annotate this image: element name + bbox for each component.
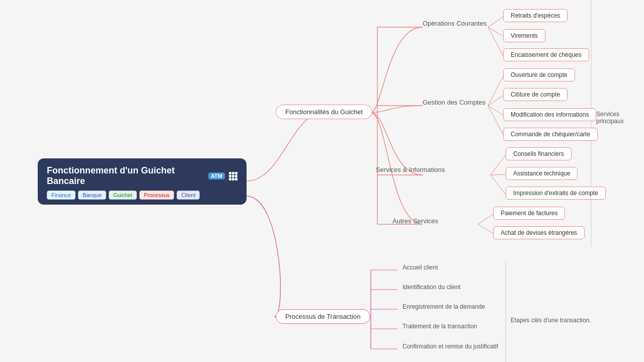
leaf-assistance: Assistance technique (506, 167, 578, 180)
sub-branch-services: Services & Informations (376, 166, 445, 173)
tag-guichet: Guichet (109, 191, 137, 200)
sidebar-label-etapes: Etapes clés d'une transaction. (511, 317, 591, 324)
leaf-virements: Virements (503, 29, 545, 42)
tag-list: Finance Banque Guichet Processus Client (47, 191, 237, 200)
leaf-achat: Achat de devises étrangères (493, 226, 585, 239)
leaf-traitement: Traitement de la transaction (403, 323, 477, 330)
sub-branch-operations: Opérations Courantes (423, 20, 487, 27)
leaf-conseils: Conseils financiers (506, 147, 572, 160)
leaf-encaissement: Encaissement de chèques (503, 48, 589, 61)
leaf-modification: Modification des informations (503, 108, 596, 121)
branch-processus-label: Processus de Transaction (285, 313, 361, 320)
svg-line-9 (491, 175, 506, 195)
svg-line-6 (488, 106, 503, 135)
root-node: Fonctionnement d'un Guichet Bancaire ATM… (38, 158, 247, 205)
sub-branch-gestion: Gestion des Comptes (423, 99, 486, 106)
leaf-commande: Commande de chéquier/carte (503, 128, 598, 141)
svg-line-7 (491, 155, 506, 175)
sidebar-label-services: Services principaux (596, 111, 644, 125)
atm-badge: ATM (208, 172, 225, 179)
leaf-enregistrement: Enregistrement de la demande (403, 303, 485, 310)
leaf-paiement: Paiement de factures (493, 207, 565, 220)
leaf-cloture: Clôture de compte (503, 88, 568, 101)
leaf-retraits: Retraits d'espèces (503, 9, 568, 22)
svg-line-10 (478, 214, 493, 224)
sub-branch-autres: Autres Services (392, 217, 438, 225)
leaf-confirmation: Confirmation et remise du justificatif (403, 343, 498, 350)
svg-line-11 (478, 224, 493, 233)
leaf-accueil: Accueil client (403, 264, 438, 271)
svg-line-3 (488, 76, 503, 106)
tag-processus: Processus (139, 191, 174, 200)
grid-icon (229, 172, 237, 180)
tag-client: Client (177, 191, 200, 200)
leaf-identification: Identification du client (403, 284, 460, 291)
svg-line-0 (488, 17, 503, 27)
root-title-text: Fonctionnement d'un Guichet Bancaire (47, 165, 204, 187)
branch-processus[interactable]: Processus de Transaction (276, 309, 370, 324)
leaf-impression: Impression d'extraits de compte (506, 187, 606, 200)
leaf-ouverture: Ouverture de compte (503, 68, 575, 81)
branch-fonctionnalites[interactable]: Fonctionnalités du Guichet (276, 105, 372, 119)
tag-finance: Finance (47, 191, 75, 200)
svg-line-4 (488, 96, 503, 106)
branch-fonctionnalites-label: Fonctionnalités du Guichet (285, 108, 363, 116)
svg-line-8 (491, 174, 506, 175)
tag-banque: Banque (78, 191, 106, 200)
root-title: Fonctionnement d'un Guichet Bancaire ATM (47, 165, 237, 187)
